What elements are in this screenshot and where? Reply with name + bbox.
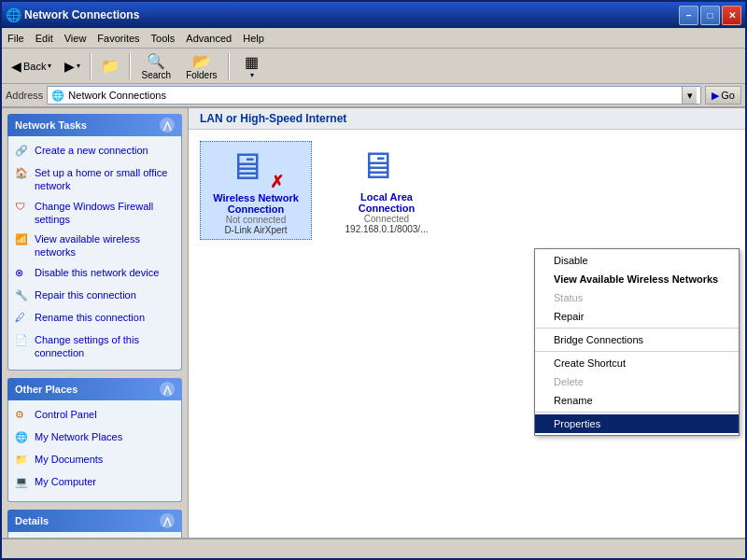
ctx-disable[interactable]: Disable xyxy=(535,251,739,270)
maximize-button[interactable]: □ xyxy=(700,6,720,25)
network-tasks-header[interactable]: Network Tasks ⋀ xyxy=(7,114,182,136)
toolbar: ◀ Back ▾ ▶ ▾ 📁 🔍 Search 📂 Folders ▦ ▾ xyxy=(2,49,745,84)
documents-icon: 📁 xyxy=(15,454,30,469)
address-dropdown-button[interactable]: ▾ xyxy=(682,87,697,104)
local-area-connection-item[interactable]: 🖥 Local Area Connection Connected 192.16… xyxy=(331,141,443,240)
ctx-disable-label: Disable xyxy=(554,255,588,266)
wireless-connection-name: Wireless Network Connection xyxy=(204,192,307,215)
up-button[interactable]: 📁 xyxy=(95,53,125,78)
network-places-icon: 🌐 xyxy=(15,431,30,446)
address-input-container[interactable]: 🌐 Network Connections ▾ xyxy=(47,86,701,105)
place-computer[interactable]: 💻 My Computer xyxy=(12,473,177,493)
ctx-view-wireless[interactable]: View Available Wireless Networks xyxy=(535,270,739,288)
section-title: LAN or High-Speed Internet xyxy=(189,108,745,130)
back-button[interactable]: ◀ Back ▾ xyxy=(6,55,57,77)
task-wireless[interactable]: 📶 View available wireless networks xyxy=(12,231,177,261)
forward-button[interactable]: ▶ ▾ xyxy=(59,55,86,77)
ctx-rename[interactable]: Rename xyxy=(535,391,739,410)
place-control-label: Control Panel xyxy=(35,408,97,421)
views-icon: ▦ xyxy=(245,53,259,71)
create-connection-icon: 🔗 xyxy=(15,145,30,160)
local-area-network-icon: 🖥 xyxy=(359,145,396,186)
folders-icon: 📂 xyxy=(192,52,211,70)
address-label: Address xyxy=(6,90,43,101)
place-computer-label: My Computer xyxy=(35,475,96,488)
ctx-shortcut[interactable]: Create Shortcut xyxy=(535,354,739,372)
change-settings-icon: 📄 xyxy=(15,334,30,349)
other-places-collapse-icon[interactable]: ⋀ xyxy=(160,382,175,397)
ctx-properties[interactable]: Properties xyxy=(535,414,739,433)
task-repair[interactable]: 🔧 Repair this connection xyxy=(12,287,177,306)
go-arrow-icon: ▶ xyxy=(712,90,719,102)
task-change-label: Change settings of this connection xyxy=(35,333,175,360)
menu-advanced[interactable]: Advanced xyxy=(180,31,237,46)
local-connection-status: Connected xyxy=(364,214,409,224)
ctx-repair-label: Repair xyxy=(554,311,584,322)
other-places-content: ⚙ Control Panel 🌐 My Network Places 📁 My… xyxy=(7,400,182,502)
place-network-places[interactable]: 🌐 My Network Places xyxy=(12,428,177,448)
menu-tools[interactable]: Tools xyxy=(146,31,181,46)
task-firewall-label: Change Windows Firewall settings xyxy=(35,200,175,227)
ctx-properties-label: Properties xyxy=(554,418,600,429)
menu-bar: File Edit View Favorites Tools Advanced … xyxy=(2,28,745,49)
network-tasks-title: Network Tasks xyxy=(15,119,87,131)
go-button[interactable]: ▶ Go xyxy=(705,86,741,105)
details-header[interactable]: Details ⋀ xyxy=(7,510,182,532)
ctx-shortcut-label: Create Shortcut xyxy=(554,357,626,369)
task-create[interactable]: 🔗 Create a new connection xyxy=(12,142,177,161)
network-tasks-collapse-icon[interactable]: ⋀ xyxy=(160,118,175,133)
close-button[interactable]: ✕ xyxy=(722,6,741,25)
wireless-x-badge-icon: ✗ xyxy=(270,172,284,192)
ctx-delete-label: Delete xyxy=(554,376,584,387)
context-menu: Disable View Available Wireless Networks… xyxy=(534,248,740,436)
up-icon: 📁 xyxy=(101,57,120,75)
place-documents[interactable]: 📁 My Documents xyxy=(12,451,177,470)
task-rename[interactable]: 🖊 Rename this connection xyxy=(12,309,177,329)
ctx-repair[interactable]: Repair xyxy=(535,307,739,326)
minimize-button[interactable]: – xyxy=(679,6,698,25)
ctx-status-label: Status xyxy=(554,292,583,303)
views-button[interactable]: ▦ ▾ xyxy=(233,50,271,82)
forward-dropdown-icon: ▾ xyxy=(77,62,80,70)
back-dropdown-icon: ▾ xyxy=(48,62,51,70)
wireless-connection-item[interactable]: 🖥 ✗ Wireless Network Connection Not conn… xyxy=(200,141,312,240)
right-panel: LAN or High-Speed Internet 🖥 ✗ Wireless … xyxy=(189,108,745,538)
status-bar xyxy=(2,538,745,558)
task-setup[interactable]: 🏠 Set up a home or small office network xyxy=(12,164,177,195)
details-section: Details ⋀ Wireless Network xyxy=(7,510,182,538)
toolbar-separator-2 xyxy=(129,53,131,79)
forward-arrow-icon: ▶ xyxy=(64,59,75,74)
search-button[interactable]: 🔍 Search xyxy=(134,49,177,83)
wireless-icon: 📶 xyxy=(15,233,30,248)
folders-button[interactable]: 📂 Folders xyxy=(179,49,223,83)
place-network-label: My Network Places xyxy=(35,430,122,443)
menu-file[interactable]: File xyxy=(2,31,30,46)
ctx-separator-2 xyxy=(535,351,739,352)
rename-icon: 🖊 xyxy=(15,312,30,327)
address-icon: 🌐 xyxy=(51,90,64,102)
firewall-icon: 🛡 xyxy=(15,201,30,216)
task-disable[interactable]: ⊗ Disable this network device xyxy=(12,264,177,284)
place-docs-label: My Documents xyxy=(35,453,103,466)
ctx-bridge[interactable]: Bridge Connections xyxy=(535,330,739,349)
task-change[interactable]: 📄 Change settings of this connection xyxy=(12,331,177,362)
details-collapse-icon[interactable]: ⋀ xyxy=(160,513,175,528)
computer-icon: 💻 xyxy=(15,476,30,491)
task-firewall[interactable]: 🛡 Change Windows Firewall settings xyxy=(12,198,177,229)
menu-edit[interactable]: Edit xyxy=(30,31,59,46)
search-icon: 🔍 xyxy=(147,52,165,70)
other-places-header[interactable]: Other Places ⋀ xyxy=(7,378,182,400)
menu-favorites[interactable]: Favorites xyxy=(92,31,145,46)
ctx-separator-3 xyxy=(535,412,739,413)
toolbar-separator-3 xyxy=(228,53,230,79)
views-dropdown-icon: ▾ xyxy=(250,71,254,79)
menu-help[interactable]: Help xyxy=(237,31,270,46)
control-panel-icon: ⚙ xyxy=(15,409,30,424)
back-label: Back xyxy=(23,61,46,72)
network-tasks-section: Network Tasks ⋀ 🔗 Create a new connectio… xyxy=(7,114,182,371)
window: 🌐 Network Connections – □ ✕ File Edit Vi… xyxy=(0,0,747,560)
place-control[interactable]: ⚙ Control Panel xyxy=(12,406,177,426)
menu-view[interactable]: View xyxy=(59,31,92,46)
left-panel: Network Tasks ⋀ 🔗 Create a new connectio… xyxy=(2,108,189,538)
back-arrow-icon: ◀ xyxy=(11,59,21,74)
